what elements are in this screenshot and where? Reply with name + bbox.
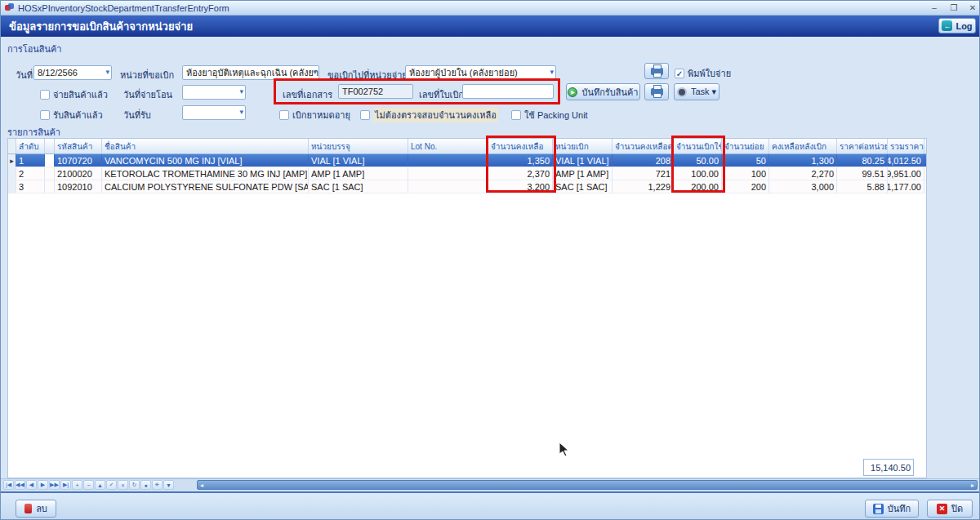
cell-sub-qty[interactable]: 50 [722, 154, 769, 167]
cell-pack-unit[interactable]: SAC [1 SAC] [309, 180, 408, 193]
items-grid[interactable]: ลำดับ รหัสสินค้า ชื่อสินค้า หน่วยบรรจุ L… [7, 138, 927, 478]
cell-pack-unit[interactable]: AMP [1 AMP] [309, 167, 408, 180]
cell-qty-remain-by-unit[interactable]: 721 [612, 167, 674, 180]
cell-qty-remain[interactable]: 1,350 [488, 154, 553, 167]
column-header[interactable]: จำนวนเบิกใช้ [674, 139, 722, 153]
chevron-down-icon[interactable]: ▾ [105, 68, 109, 76]
cell-sub-qty[interactable]: 200 [722, 180, 769, 193]
nav-insert-icon[interactable]: + [72, 480, 82, 490]
receive-date-combobox[interactable]: ▾ [182, 105, 246, 120]
cell-issue-unit[interactable]: VIAL [1 VIAL] [553, 154, 612, 167]
cell-item-name[interactable]: VANCOMYCIN 500 MG INJ [VIAL] [102, 154, 309, 167]
checkbox-unchecked-icon[interactable] [40, 90, 50, 100]
print-slip-checkbox[interactable]: ✓ พิมพ์ใบจ่าย [675, 66, 731, 81]
cell-qty-requested[interactable]: 200.00 [674, 180, 722, 193]
log-button[interactable]: ← Log [938, 18, 976, 33]
column-header[interactable]: จำนวนคงเหลือ [488, 139, 553, 153]
save-receive-button[interactable]: ▶ บันทึกรับสินค้า [566, 83, 640, 100]
cell-qty-remain[interactable]: 3,200 [488, 180, 553, 193]
cell-seq[interactable]: 3 [16, 180, 45, 193]
cell-qty-remain-by-unit[interactable]: 208 [612, 154, 674, 167]
cell-blank[interactable] [45, 154, 55, 167]
cell-unit-price[interactable]: 99.51 [837, 167, 888, 180]
nav-prior-page-icon[interactable]: ◀◀ [15, 480, 25, 490]
nav-last-icon[interactable]: ▶| [60, 480, 71, 490]
nav-next-page-icon[interactable]: ▶▶ [49, 480, 60, 490]
date-combobox[interactable]: 8/12/2566 ▾ [33, 65, 112, 80]
column-header[interactable]: รวมราคา [888, 139, 924, 153]
cell-item-name[interactable]: KETOROLAC TROMETHAMINE 30 MG INJ [AMP] [102, 167, 309, 180]
column-header[interactable]: ชื่อสินค้า [102, 139, 309, 153]
cell-unit-price[interactable]: 5.88 [837, 180, 888, 193]
nav-delete-icon[interactable]: − [83, 480, 94, 490]
req-no-field[interactable] [462, 84, 554, 99]
cell-sub-qty[interactable]: 100 [722, 167, 769, 180]
nav-filter-icon[interactable]: ▼ [163, 480, 174, 490]
save-button[interactable]: บันทึก [865, 500, 919, 518]
chevron-down-icon[interactable]: ▾ [239, 87, 243, 96]
packing-unit-checkbox[interactable]: ใช้ Packing Unit [511, 108, 588, 122]
cell-total-price[interactable]: 4,012.50 [888, 154, 924, 167]
cell-remain-after[interactable]: 1,300 [769, 154, 837, 167]
chevron-down-icon[interactable]: ▾ [313, 68, 317, 76]
skip-check-checkbox[interactable]: ไม่ต้องตรวจสอบจำนวนคงเหลือ [360, 108, 498, 122]
cell-total-price[interactable]: 1,177.00 [888, 180, 924, 193]
task-button[interactable]: Task ▾ [674, 83, 719, 100]
column-header[interactable]: ลำดับ [16, 139, 45, 153]
checkbox-unchecked-icon[interactable] [511, 110, 521, 120]
column-header[interactable]: จำนวนย่อย [722, 139, 769, 153]
column-header[interactable]: คงเหลือหลังเบิก [769, 139, 837, 153]
cell-blank[interactable] [45, 167, 55, 180]
nav-bookmark-icon[interactable]: ● [140, 480, 151, 490]
paid-checkbox[interactable]: จ่ายสินค้าแล้ว [40, 87, 108, 102]
nav-cancel-icon[interactable]: × [118, 480, 128, 490]
cell-item-code[interactable]: 1070720 [55, 154, 102, 167]
expired-checkbox[interactable]: เบิกยาหมดอายุ [279, 108, 350, 122]
cell-item-code[interactable]: 1092010 [55, 180, 102, 193]
close-icon[interactable]: ✕ [965, 2, 980, 13]
chevron-down-icon[interactable]: ▾ [239, 108, 243, 116]
checkbox-unchecked-icon[interactable] [40, 110, 50, 120]
cell-qty-requested[interactable]: 50.00 [674, 154, 722, 167]
cell-qty-remain-by-unit[interactable]: 1,229 [612, 180, 674, 193]
cell-lot-no[interactable] [408, 180, 488, 193]
cell-unit-price[interactable]: 80.25 [837, 154, 888, 167]
chevron-down-icon[interactable]: ▾ [550, 68, 554, 76]
scroll-right-icon[interactable]: ▸ [971, 482, 974, 489]
cell-blank[interactable] [45, 180, 55, 193]
nav-post-icon[interactable]: ✓ [106, 480, 117, 490]
cell-issue-unit[interactable]: AMP [1 AMP] [553, 167, 612, 180]
cell-remain-after[interactable]: 3,000 [769, 180, 837, 193]
cell-remain-after[interactable]: 2,270 [769, 167, 837, 180]
cell-lot-no[interactable] [408, 154, 488, 167]
close-button[interactable]: ✕ ปิด [927, 500, 973, 518]
transfer-date-combobox[interactable]: ▾ [182, 85, 246, 100]
cell-item-code[interactable]: 2100020 [55, 167, 102, 180]
print-button-bottom[interactable] [644, 83, 669, 100]
scroll-left-icon[interactable]: ◂ [200, 482, 203, 489]
nav-goto-bookmark-icon[interactable]: ✳ [152, 480, 163, 490]
cell-issue-unit[interactable]: SAC [1 SAC] [553, 180, 612, 193]
cell-qty-requested[interactable]: 100.00 [674, 167, 722, 180]
cell-seq[interactable]: 1 [16, 154, 45, 167]
received-checkbox[interactable]: รับสินค้าแล้ว [40, 108, 103, 122]
column-header[interactable]: Lot No. [408, 139, 488, 153]
cell-pack-unit[interactable]: VIAL [1 VIAL] [309, 154, 408, 167]
column-header[interactable]: รหัสสินค้า [55, 139, 102, 153]
cell-lot-no[interactable] [408, 167, 488, 180]
to-unit-combobox[interactable]: ห้องยาผู้ป่วยใน (คลังยาย่อย) ▾ [405, 65, 556, 80]
minimize-icon[interactable]: – [927, 2, 942, 13]
column-header[interactable]: หน่วยเบิก [553, 139, 612, 153]
column-header[interactable] [45, 139, 55, 153]
nav-prior-icon[interactable]: ◀ [26, 480, 37, 490]
horizontal-scrollbar[interactable]: ◂ ▸ [197, 480, 978, 490]
cell-seq[interactable]: 2 [16, 167, 45, 180]
cell-total-price[interactable]: 9,951.00 [888, 167, 924, 180]
delete-button[interactable]: ลบ [16, 500, 56, 518]
doc-no-field[interactable]: TF002752 [338, 84, 413, 99]
table-row[interactable]: ▸ 1 1070720 VANCOMYCIN 500 MG INJ [VIAL]… [8, 154, 926, 167]
checkbox-checked-icon[interactable]: ✓ [675, 69, 684, 78]
maximize-icon[interactable]: ❐ [947, 2, 961, 13]
column-header[interactable]: ราคาต่อหน่วย [837, 139, 888, 153]
nav-refresh-icon[interactable]: ↻ [129, 480, 140, 490]
